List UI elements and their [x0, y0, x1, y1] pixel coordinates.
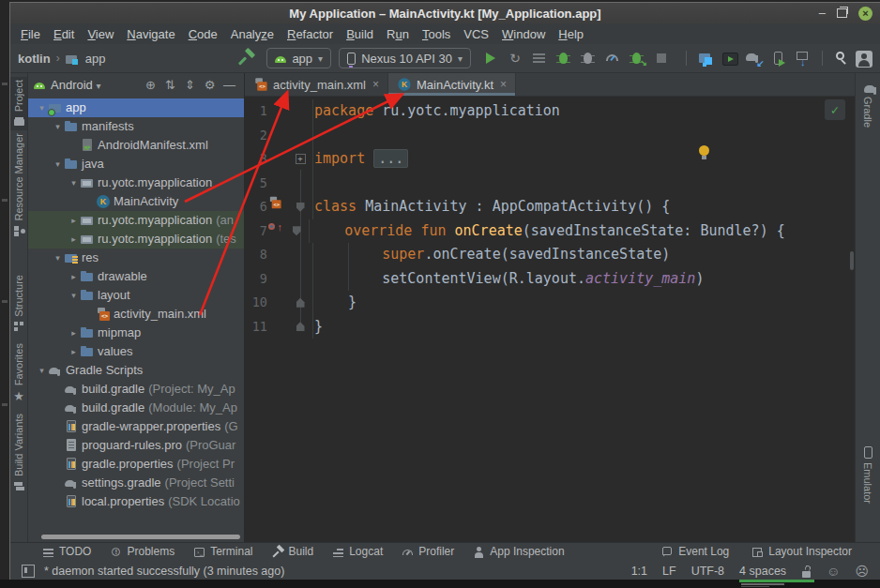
code-line[interactable]: 7 override fun onCreate(savedInstanceSta… [245, 219, 855, 244]
tree-collapsed-icon[interactable]: ▸ [68, 342, 80, 361]
fold-marker-icon[interactable] [296, 203, 305, 212]
tree-expanded-icon[interactable]: ▾ [68, 173, 80, 192]
close-icon[interactable]: × [500, 78, 507, 91]
line-number[interactable]: 11 [245, 315, 267, 339]
project-tree-item[interactable]: ▾manifests [28, 117, 244, 136]
menu-item-window[interactable]: Window [495, 27, 552, 41]
project-tree-item[interactable]: gradle.properties(Project Pr [28, 455, 244, 474]
sdk-manager-button[interactable] [793, 49, 813, 68]
tool-strip-button-favorites[interactable]: Favorites★ [10, 340, 27, 404]
code-line[interactable]: 9 setContentView(R.layout.activity_main) [245, 267, 855, 292]
tree-collapsed-icon[interactable]: ▸ [68, 211, 80, 230]
toolwindow-button-profiler[interactable]: Profiler [402, 545, 454, 558]
fold-marker-icon[interactable] [296, 298, 305, 308]
code-line[interactable]: 5 [245, 172, 855, 196]
tool-strip-button-structure[interactable]: Structure [10, 272, 27, 336]
code-line[interactable]: 2 [245, 124, 855, 148]
expand-all-icon[interactable]: ⇅ [161, 78, 179, 92]
profile-app-button[interactable] [578, 49, 599, 68]
tree-expanded-icon[interactable]: ▾ [52, 249, 64, 267]
locate-file-icon[interactable]: ⊕ [142, 78, 159, 92]
fold-marker-icon[interactable] [296, 322, 305, 331]
project-tree-item[interactable]: AndroidManifest.xml [28, 136, 244, 155]
tool-strip-button-emulator[interactable]: Emulator [856, 444, 880, 506]
tree-expanded-icon[interactable]: ▾ [52, 155, 64, 173]
fold-marker-icon[interactable] [296, 154, 306, 164]
toolwindow-button-terminal[interactable]: Terminal [193, 545, 252, 558]
debug-button[interactable] [554, 49, 574, 68]
breadcrumb-project[interactable]: kotlin [18, 52, 51, 66]
project-tree-item[interactable]: MainActivity [28, 192, 244, 211]
tool-strip-button-project[interactable]: Project [10, 77, 27, 130]
project-tree-item[interactable]: ▾res [28, 249, 244, 267]
code-line[interactable]: 8 super.onCreate(savedInstanceState) [245, 243, 855, 267]
line-number[interactable]: 6 [245, 195, 267, 219]
run-configuration-select[interactable]: app ▾ [266, 48, 331, 68]
code-line[interactable]: 3import ... [245, 147, 855, 172]
happy-face-icon[interactable]: ☺ [827, 565, 840, 578]
menu-item-navigate[interactable]: Navigate [120, 27, 181, 41]
tree-collapsed-icon[interactable]: ▸ [68, 267, 80, 286]
project-tree-item[interactable]: build.gradle(Project: My_Ap [28, 380, 244, 399]
tree-expanded-icon[interactable]: ▾ [68, 286, 80, 305]
hide-panel-icon[interactable]: — [220, 78, 238, 92]
tree-expanded-icon[interactable]: ▾ [36, 361, 48, 380]
attach-debugger-button[interactable]: ↘ [627, 49, 647, 68]
toolwindow-button-app-inspection[interactable]: App Inspection [473, 545, 564, 558]
encoding-widget[interactable]: UTF-8 [691, 565, 724, 578]
apply-code-changes-button[interactable] [529, 49, 550, 68]
search-everywhere-button[interactable] [831, 49, 852, 68]
project-tree-item[interactable]: settings.gradle(Project Setti [28, 474, 244, 492]
collapse-all-icon[interactable]: ⇕ [181, 78, 199, 92]
horizontal-scrollbar[interactable] [41, 535, 240, 539]
settings-gear-icon[interactable]: ⚙ [201, 78, 219, 92]
fold-marker-icon[interactable] [293, 226, 301, 235]
code-line[interactable]: 1package ru.yotc.myapplication [245, 99, 855, 124]
close-button[interactable]: × [858, 7, 872, 21]
title-bar[interactable]: My Application – MainActivity.kt [My_App… [10, 3, 880, 23]
menu-item-analyze[interactable]: Analyze [224, 27, 281, 41]
profile-avatar-button[interactable] [856, 51, 872, 68]
tree-collapsed-icon[interactable]: ▸ [68, 324, 80, 342]
project-tree-item[interactable]: ▾Gradle Scripts [28, 361, 244, 380]
project-view-select[interactable]: Android ▾ [51, 78, 100, 92]
menu-item-build[interactable]: Build [340, 27, 380, 41]
status-message[interactable]: * daemon started successfully (3 minutes… [44, 565, 622, 578]
code-line[interactable]: 11} [245, 315, 855, 339]
sad-face-icon[interactable]: ☹ [855, 565, 869, 578]
code-editor[interactable]: 1package ru.yotc.myapplication23import .… [245, 97, 855, 542]
toolwindow-button-todo[interactable]: TODO [42, 545, 91, 558]
build-hammer-button[interactable] [236, 49, 257, 68]
project-tree-item[interactable]: ▸drawable [28, 267, 244, 286]
project-tree-item[interactable]: ▸mipmap [28, 324, 244, 342]
line-number[interactable]: 1 [245, 99, 267, 124]
tool-strip-button-build-variants[interactable]: Build Variants [10, 411, 27, 495]
breadcrumb-module[interactable]: app [85, 52, 106, 66]
caret-position-widget[interactable]: 1:1 [631, 565, 647, 578]
tool-strip-button-resource-manager[interactable]: Resource Manager [10, 130, 27, 240]
layout-validation-button[interactable] [768, 49, 789, 68]
menu-item-run[interactable]: Run [380, 27, 416, 41]
menu-item-vcs[interactable]: VCS [457, 27, 495, 41]
toolwindow-button-logcat[interactable]: Logcat [332, 545, 383, 558]
line-number[interactable]: 3 [245, 147, 267, 172]
tab-activity_main.xml[interactable]: activity_main.xml× [245, 73, 388, 96]
tree-expanded-icon[interactable]: ▾ [36, 98, 48, 117]
project-tree-item[interactable]: activity_main.xml [28, 305, 244, 324]
related-layout-file-icon[interactable] [268, 196, 287, 209]
project-tree-item[interactable]: ▾app [28, 98, 244, 117]
restore-button[interactable] [837, 8, 847, 18]
toolwindow-button-event-log[interactable]: Event Log [661, 545, 729, 558]
line-number[interactable]: 7 [245, 219, 267, 244]
project-tree-item[interactable]: gradle-wrapper.properties(G [28, 417, 244, 436]
tab-mainactivity.kt[interactable]: MainActivity.kt× [388, 73, 516, 96]
project-tree-item[interactable]: ▸values [28, 342, 244, 361]
project-tree-item[interactable]: ▸ru.yotc.myapplication(an [28, 211, 244, 230]
project-tree-item[interactable]: ▸ru.yotc.myapplication(tes [28, 230, 244, 249]
tree-collapsed-icon[interactable]: ▸ [68, 230, 80, 249]
minimize-button[interactable]: – [819, 8, 826, 18]
vertical-scrollbar[interactable] [850, 251, 854, 270]
project-tree-item[interactable]: ▾ru.yotc.myapplication [28, 173, 244, 192]
avd-manager-button[interactable] [720, 49, 740, 68]
menu-item-view[interactable]: View [81, 27, 120, 41]
